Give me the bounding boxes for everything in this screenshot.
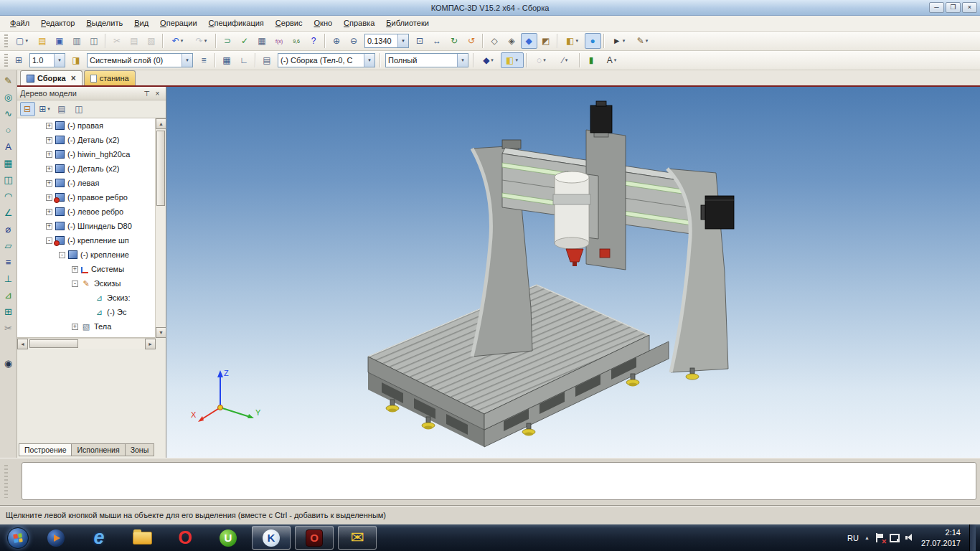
layer-combo[interactable]: Системный слой (0)▾ bbox=[87, 53, 193, 67]
link-manager-button[interactable]: ⊃ bbox=[220, 33, 236, 49]
tree-item-правая[interactable]: +(-) правая bbox=[17, 118, 155, 133]
fx-button[interactable]: f(x) bbox=[271, 33, 288, 49]
zoom-in-button[interactable]: ⊕ bbox=[329, 33, 345, 49]
language-indicator[interactable]: RU bbox=[847, 534, 859, 542]
tree-relations-button[interactable]: ◫ bbox=[72, 102, 87, 116]
zoom-out-button[interactable]: ⊖ bbox=[346, 33, 362, 49]
chevron-down-icon[interactable]: ▾ bbox=[47, 106, 50, 112]
plane-tool[interactable]: ▱ bbox=[1, 237, 17, 253]
circle-tool[interactable]: ○ bbox=[1, 122, 17, 138]
zoom-scale-combo[interactable]: 0.1340▾ bbox=[364, 34, 409, 48]
spindle-body[interactable] bbox=[555, 177, 589, 243]
tree-item-левое-ребро[interactable]: +(-) левое ребро bbox=[17, 204, 155, 219]
close-icon[interactable]: × bbox=[152, 88, 163, 98]
internet-explorer-icon[interactable]: e bbox=[80, 526, 118, 550]
undo-button[interactable]: ↶▾ bbox=[166, 33, 189, 49]
red-app-icon[interactable]: O bbox=[295, 526, 334, 550]
globe-tool[interactable]: ◉ bbox=[1, 355, 17, 371]
spline-tool[interactable]: ∿ bbox=[1, 105, 17, 121]
tree-item-тела[interactable]: +▧Тела bbox=[17, 319, 155, 334]
tree-horizontal-scrollbar[interactable]: ◄ ► bbox=[17, 338, 156, 349]
expand-icon[interactable]: + bbox=[46, 166, 52, 172]
cut-button[interactable]: ✂ bbox=[109, 33, 126, 49]
z-axis-motor[interactable] bbox=[590, 105, 612, 133]
chevron-down-icon[interactable]: ▾ bbox=[204, 38, 207, 44]
save-button[interactable]: ▣ bbox=[52, 33, 68, 49]
chevron-down-icon[interactable]: ▾ bbox=[575, 38, 578, 44]
cnc-machine-model[interactable] bbox=[368, 101, 734, 447]
tab-сборка[interactable]: Сборка× bbox=[20, 70, 83, 85]
maximize-button[interactable]: ❐ bbox=[946, 2, 961, 13]
x-axis-motor[interactable] bbox=[705, 196, 734, 229]
expand-icon[interactable]: + bbox=[46, 223, 52, 230]
toolbar-grip[interactable] bbox=[4, 34, 8, 47]
chevron-down-icon[interactable]: ▾ bbox=[181, 38, 184, 44]
shaded-sphere-button[interactable]: ● bbox=[585, 33, 601, 49]
clipping-button[interactable]: ▮ bbox=[583, 52, 600, 68]
new-document-button[interactable]: ▢▾ bbox=[11, 33, 34, 49]
zoom-area-button[interactable]: ⊡ bbox=[412, 33, 428, 49]
copy-button[interactable]: ▤ bbox=[126, 33, 143, 49]
expand-icon[interactable]: + bbox=[72, 324, 78, 330]
wireframe-mode-button[interactable]: ◇ bbox=[486, 33, 503, 49]
scroll-right-icon[interactable]: ► bbox=[145, 339, 156, 349]
chevron-down-icon[interactable]: ▾ bbox=[364, 54, 374, 67]
grid-button[interactable]: ▦ bbox=[219, 52, 235, 68]
tree-vertical-scrollbar[interactable]: ▲ ▼ bbox=[155, 118, 166, 338]
chevron-down-icon[interactable]: ▾ bbox=[491, 57, 494, 63]
detail-level-combo[interactable]: Полный▾ bbox=[385, 53, 468, 67]
chevron-down-icon[interactable]: ▾ bbox=[614, 57, 617, 63]
expand-icon[interactable]: + bbox=[46, 137, 52, 143]
tree-composition-button[interactable]: ⊞▾ bbox=[37, 102, 52, 116]
show-desktop-button[interactable] bbox=[969, 524, 976, 551]
highlight-faces-button[interactable]: ◧▾ bbox=[501, 52, 524, 68]
expand-icon[interactable]: + bbox=[72, 266, 78, 273]
chevron-down-icon[interactable]: ▾ bbox=[54, 54, 65, 67]
text-size-button[interactable]: A▾ bbox=[600, 52, 623, 68]
layers-dialog-button[interactable]: ≡ bbox=[196, 52, 212, 68]
spindle-collet[interactable] bbox=[566, 249, 583, 262]
opera-icon[interactable]: O bbox=[166, 526, 204, 550]
text-tool[interactable]: A bbox=[1, 138, 17, 154]
tree-item-системы[interactable]: +Системы bbox=[17, 262, 155, 276]
redo-button[interactable]: ↷▾ bbox=[190, 33, 213, 49]
angle-tool[interactable]: ∠ bbox=[1, 204, 17, 220]
perpendicular-tool[interactable]: ⊥ bbox=[1, 270, 17, 286]
pin-icon[interactable]: ⊤ bbox=[141, 88, 152, 98]
arc-tool[interactable]: ◠ bbox=[1, 188, 17, 204]
tree-item-эскиз[interactable]: ⊿Эскиз: bbox=[17, 291, 155, 305]
chevron-down-icon[interactable]: ▾ bbox=[515, 57, 518, 63]
vertical-scroll-thumb[interactable] bbox=[156, 131, 165, 206]
layers-tool[interactable]: ≡ bbox=[1, 254, 17, 270]
chevron-down-icon[interactable]: ▾ bbox=[457, 54, 468, 67]
add-tool[interactable]: ⊞ bbox=[1, 303, 17, 319]
ortho-button[interactable]: ∟ bbox=[236, 52, 253, 68]
expand-icon[interactable]: + bbox=[46, 194, 52, 201]
tree-item-левая[interactable]: +(-) левая bbox=[17, 176, 155, 190]
expand-icon[interactable]: + bbox=[46, 151, 52, 158]
menu-спецификация[interactable]: Спецификация bbox=[203, 16, 270, 31]
expand-icon[interactable]: + bbox=[46, 123, 52, 129]
print-button[interactable]: ▥ bbox=[69, 33, 85, 49]
open-button[interactable]: ▤ bbox=[34, 33, 51, 49]
pan-button[interactable]: ↔ bbox=[429, 33, 446, 49]
kompas-icon[interactable]: K bbox=[252, 526, 291, 550]
expand-icon[interactable]: + bbox=[46, 209, 52, 215]
menu-файл[interactable]: Файл bbox=[4, 16, 35, 31]
start-button[interactable] bbox=[7, 527, 29, 549]
chevron-down-icon[interactable]: ▾ bbox=[397, 34, 408, 47]
dimensions-3d-button[interactable]: ∕▾ bbox=[554, 52, 577, 68]
3d-viewport[interactable]: Z X Y bbox=[166, 87, 980, 458]
what-is-this-button[interactable]: ? bbox=[306, 33, 322, 49]
tree-item-деталь-x2[interactable]: +(-) Деталь (x2) bbox=[17, 133, 155, 147]
tree-tab-построение[interactable]: Построение bbox=[19, 443, 72, 456]
network-icon[interactable] bbox=[890, 534, 900, 542]
tree-sheet-button[interactable]: ▤ bbox=[55, 102, 70, 116]
tree-tab-зоны[interactable]: Зоны bbox=[125, 443, 155, 456]
orientation-button[interactable]: ◧▾ bbox=[561, 33, 584, 49]
tree-item-эс[interactable]: ⊿(-) Эс bbox=[17, 305, 155, 319]
tree-item-правое-ребро[interactable]: +(-) правое ребро bbox=[17, 190, 155, 204]
tab-станина[interactable]: станина bbox=[84, 70, 136, 85]
menu-выделить[interactable]: Выделить bbox=[80, 16, 128, 31]
toolbar-grip[interactable] bbox=[4, 54, 8, 67]
